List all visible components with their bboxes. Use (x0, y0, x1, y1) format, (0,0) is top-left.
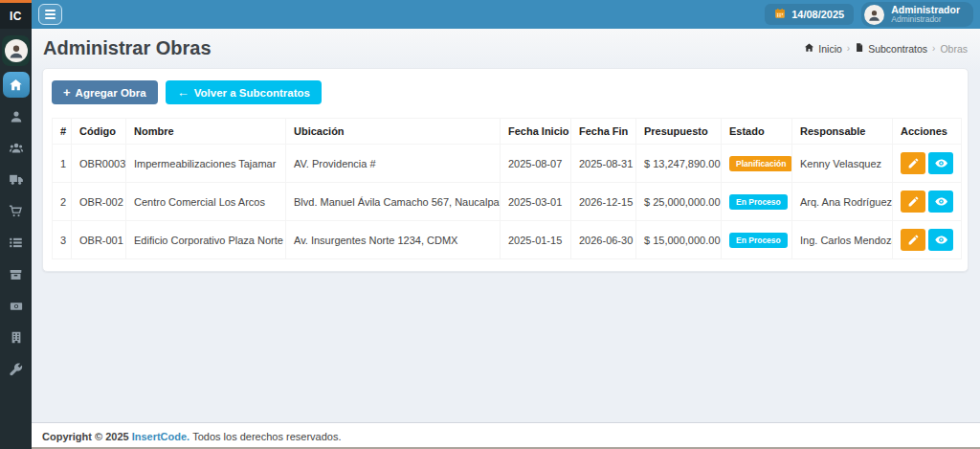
eye-icon (934, 195, 948, 208)
sidebar-item-cart[interactable] (3, 198, 30, 224)
arrow-left-icon: ← (177, 86, 189, 99)
cell-presupuesto: $ 13,247,890.00 (636, 145, 722, 183)
breadcrumb-separator: › (932, 43, 935, 54)
cell-responsable: Ing. Carlos Mendoza (792, 221, 893, 259)
sidebar-item-home[interactable] (3, 72, 30, 98)
home-icon (9, 78, 23, 92)
breadcrumb-subcontratos[interactable]: Subcontratos (855, 42, 927, 55)
view-button[interactable] (928, 191, 953, 213)
date-text: 14/08/2025 (791, 9, 844, 20)
status-badge: En Proceso (729, 194, 788, 210)
users-icon (9, 141, 24, 155)
view-button[interactable] (928, 229, 953, 251)
money-bill-icon (9, 300, 24, 313)
sidebar-user-panel[interactable] (2, 35, 30, 66)
col-header-fecha-fin: Fecha Fin (571, 119, 636, 145)
cell-acciones (893, 145, 962, 183)
cell-fecha-fin: 2026-06-30 (571, 221, 636, 259)
page-title: Administrar Obras (43, 37, 212, 59)
app-root: IC (0, 0, 980, 449)
table-row: 1 OBR0003 Impermeabilizaciones Tajamar A… (53, 145, 962, 183)
breadcrumb-inicio-label: Inicio (818, 43, 842, 55)
calendar-icon (774, 8, 786, 21)
back-to-subcontratos-button[interactable]: ← Volver a Subcontratos (166, 80, 322, 104)
plus-icon: + (63, 86, 71, 99)
col-header-acciones: Acciones (893, 119, 962, 145)
sidebar-item-tools[interactable] (3, 356, 30, 382)
cell-num: 3 (53, 221, 72, 259)
user-menu[interactable]: Administrador Administrador (861, 2, 973, 27)
building-icon (10, 330, 23, 345)
cell-responsable: Arq. Ana Rodríguez (792, 183, 893, 221)
content-header: Administrar Obras Inicio › Subcontratos … (42, 35, 969, 68)
breadcrumb-separator: › (847, 43, 850, 54)
cell-responsable: Kenny Velasquez (792, 145, 893, 183)
col-header-fecha-inicio: Fecha Inicio (501, 119, 571, 145)
cell-fecha-fin: 2026-12-15 (571, 183, 636, 221)
cell-nombre: Impermeabilizaciones Tajamar (126, 145, 286, 183)
home-icon (804, 42, 814, 55)
breadcrumb-inicio[interactable]: Inicio (804, 42, 842, 55)
shopping-cart-icon (9, 204, 23, 218)
sidebar-item-money[interactable] (3, 293, 30, 319)
truck-icon (9, 172, 24, 187)
obras-table: # Código Nombre Ubicación Fecha Inicio F… (52, 118, 962, 259)
cell-nombre: Centro Comercial Los Arcos (126, 183, 286, 221)
archive-icon (9, 268, 23, 281)
user-avatar-icon (5, 39, 28, 62)
cell-acciones (893, 183, 962, 221)
table-header-row: # Código Nombre Ubicación Fecha Inicio F… (53, 119, 962, 145)
user-avatar-icon (864, 5, 884, 25)
col-header-estado: Estado (722, 119, 792, 145)
edit-button[interactable] (901, 191, 925, 213)
cell-num: 2 (53, 183, 72, 221)
eye-icon (934, 234, 948, 246)
cell-codigo: OBR-002 (72, 183, 126, 221)
cell-ubicacion: AV. Providencia # (286, 145, 501, 183)
col-header-responsable: Responsable (792, 119, 893, 145)
sidebar-toggle-button[interactable] (38, 4, 62, 25)
toolbar: + Agregar Obra ← Volver a Subcontratos (52, 80, 959, 104)
cell-estado: Planificación (722, 145, 792, 183)
footer: Copyright © 2025 InsertCode. Todos los d… (32, 422, 980, 449)
pencil-icon (907, 157, 920, 169)
sidebar-item-truck[interactable] (3, 167, 30, 192)
app-logo[interactable]: IC (0, 0, 32, 29)
wrench-icon (9, 362, 23, 376)
cell-fecha-inicio: 2025-08-07 (501, 145, 571, 183)
sidebar-item-users[interactable] (3, 135, 30, 161)
edit-button[interactable] (901, 229, 925, 251)
col-header-num: # (53, 119, 72, 145)
col-header-presupuesto: Presupuesto (636, 119, 722, 145)
add-obra-button[interactable]: + Agregar Obra (52, 80, 158, 104)
col-header-nombre: Nombre (126, 119, 286, 145)
pencil-icon (907, 195, 920, 208)
edit-button[interactable] (901, 152, 925, 174)
breadcrumb-subcontratos-label: Subcontratos (868, 43, 927, 55)
col-header-codigo: Código (72, 119, 126, 145)
sidebar-item-building[interactable] (3, 325, 30, 350)
view-button[interactable] (928, 152, 953, 174)
pencil-icon (907, 234, 920, 246)
back-button-label: Volver a Subcontratos (194, 87, 310, 99)
status-badge: En Proceso (729, 233, 788, 248)
file-icon (855, 42, 864, 55)
list-icon (9, 236, 23, 250)
cell-fecha-fin: 2025-08-31 (571, 145, 636, 183)
sidebar-item-user[interactable] (3, 103, 30, 129)
brand-link[interactable]: InsertCode. (132, 431, 190, 442)
date-display[interactable]: 14/08/2025 (765, 4, 854, 25)
cell-codigo: OBR-001 (72, 221, 126, 259)
breadcrumb-current: Obras (940, 43, 968, 55)
user-icon (10, 110, 23, 123)
copyright-text: Copyright © 2025 (42, 431, 129, 442)
cell-nombre: Edificio Corporativo Plaza Norte (126, 221, 286, 259)
sidebar-item-archive[interactable] (3, 261, 30, 287)
obras-card: + Agregar Obra ← Volver a Subcontratos (42, 68, 969, 272)
add-obra-label: Agregar Obra (76, 87, 146, 99)
sidebar-item-list[interactable] (3, 230, 30, 256)
top-navbar: 14/08/2025 Administrador Administrador (32, 0, 980, 29)
eye-icon (934, 157, 948, 169)
cell-ubicacion: Av. Insurgentes Norte 1234, CDMX (286, 221, 501, 259)
table-row: 3 OBR-001 Edificio Corporativo Plaza Nor… (53, 221, 962, 259)
